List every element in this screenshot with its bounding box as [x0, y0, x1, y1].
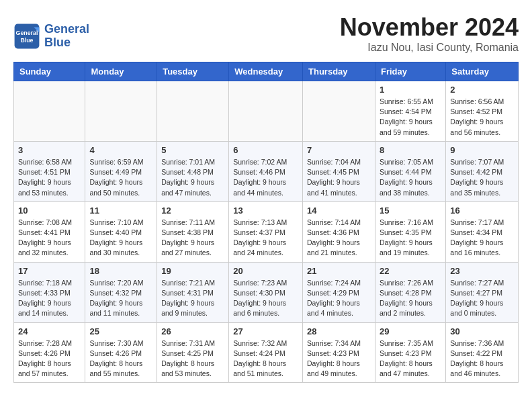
day-info: Sunrise: 7:30 AM Sunset: 4:26 PM Dayligh… — [89, 338, 152, 379]
day-number: 5 — [161, 145, 224, 155]
calendar-day: 7Sunrise: 7:04 AM Sunset: 4:45 PM Daylig… — [303, 141, 375, 201]
day-number: 18 — [89, 266, 152, 276]
logo-text-line1: General — [44, 23, 89, 36]
calendar-day: 23Sunrise: 7:27 AM Sunset: 4:27 PM Dayli… — [446, 262, 519, 322]
calendar-table: SundayMondayTuesdayWednesdayThursdayFrid… — [13, 62, 519, 383]
day-number: 15 — [380, 205, 441, 216]
calendar-week-5: 24Sunrise: 7:28 AM Sunset: 4:26 PM Dayli… — [14, 322, 519, 383]
calendar-day: 21Sunrise: 7:24 AM Sunset: 4:29 PM Dayli… — [303, 262, 375, 322]
day-info: Sunrise: 7:32 AM Sunset: 4:24 PM Dayligh… — [233, 338, 298, 379]
svg-text:General: General — [16, 30, 38, 36]
calendar-day: 18Sunrise: 7:20 AM Sunset: 4:32 PM Dayli… — [85, 262, 157, 322]
calendar-day: 24Sunrise: 7:28 AM Sunset: 4:26 PM Dayli… — [14, 322, 85, 383]
calendar-week-4: 17Sunrise: 7:18 AM Sunset: 4:33 PM Dayli… — [14, 262, 519, 322]
day-number: 11 — [89, 205, 152, 216]
calendar-day — [85, 81, 157, 142]
calendar-week-3: 10Sunrise: 7:08 AM Sunset: 4:41 PM Dayli… — [14, 201, 519, 262]
day-info: Sunrise: 7:31 AM Sunset: 4:25 PM Dayligh… — [161, 338, 224, 379]
calendar-header-tuesday: Tuesday — [157, 62, 229, 81]
day-number: 21 — [307, 266, 371, 276]
day-number: 8 — [380, 145, 441, 155]
calendar-day: 29Sunrise: 7:35 AM Sunset: 4:23 PM Dayli… — [375, 322, 445, 383]
day-info: Sunrise: 7:02 AM Sunset: 4:46 PM Dayligh… — [233, 157, 298, 198]
day-number: 24 — [18, 326, 81, 336]
day-number: 3 — [18, 145, 81, 155]
calendar-header-saturday: Saturday — [446, 62, 519, 81]
calendar-day — [229, 81, 303, 142]
day-info: Sunrise: 7:23 AM Sunset: 4:30 PM Dayligh… — [233, 278, 298, 319]
calendar-day — [14, 81, 85, 142]
calendar-day: 26Sunrise: 7:31 AM Sunset: 4:25 PM Dayli… — [157, 322, 229, 383]
calendar-day: 15Sunrise: 7:16 AM Sunset: 4:35 PM Dayli… — [375, 201, 445, 262]
day-info: Sunrise: 7:14 AM Sunset: 4:36 PM Dayligh… — [307, 218, 371, 259]
day-info: Sunrise: 7:13 AM Sunset: 4:37 PM Dayligh… — [233, 218, 298, 259]
calendar-day: 1Sunrise: 6:55 AM Sunset: 4:54 PM Daylig… — [375, 81, 445, 142]
day-info: Sunrise: 7:27 AM Sunset: 4:27 PM Dayligh… — [450, 278, 514, 319]
day-number: 30 — [450, 326, 514, 336]
day-number: 7 — [307, 145, 371, 155]
day-number: 6 — [233, 145, 298, 155]
day-number: 27 — [233, 326, 298, 336]
day-info: Sunrise: 7:28 AM Sunset: 4:26 PM Dayligh… — [18, 338, 81, 379]
day-info: Sunrise: 7:16 AM Sunset: 4:35 PM Dayligh… — [380, 218, 441, 259]
calendar-day: 2Sunrise: 6:56 AM Sunset: 4:52 PM Daylig… — [446, 81, 519, 142]
title-section: November 2024 Iazu Nou, Iasi County, Rom… — [340, 13, 519, 54]
calendar-day — [303, 81, 375, 142]
day-info: Sunrise: 7:04 AM Sunset: 4:45 PM Dayligh… — [307, 157, 371, 198]
day-info: Sunrise: 7:01 AM Sunset: 4:48 PM Dayligh… — [161, 157, 224, 198]
day-number: 4 — [89, 145, 152, 155]
day-info: Sunrise: 7:11 AM Sunset: 4:38 PM Dayligh… — [161, 218, 224, 259]
day-number: 1 — [380, 85, 441, 95]
day-info: Sunrise: 7:18 AM Sunset: 4:33 PM Dayligh… — [18, 278, 81, 319]
day-number: 10 — [18, 205, 81, 216]
day-info: Sunrise: 6:58 AM Sunset: 4:51 PM Dayligh… — [18, 157, 81, 198]
day-number: 12 — [161, 205, 224, 216]
calendar-day: 27Sunrise: 7:32 AM Sunset: 4:24 PM Dayli… — [229, 322, 303, 383]
day-number: 25 — [89, 326, 152, 336]
calendar-day: 3Sunrise: 6:58 AM Sunset: 4:51 PM Daylig… — [14, 141, 85, 201]
day-number: 13 — [233, 205, 298, 216]
calendar-day: 19Sunrise: 7:21 AM Sunset: 4:31 PM Dayli… — [157, 262, 229, 322]
day-number: 29 — [380, 326, 441, 336]
day-number: 2 — [450, 85, 514, 95]
day-info: Sunrise: 7:21 AM Sunset: 4:31 PM Dayligh… — [161, 278, 224, 319]
day-info: Sunrise: 6:55 AM Sunset: 4:54 PM Dayligh… — [380, 97, 441, 138]
calendar-day: 14Sunrise: 7:14 AM Sunset: 4:36 PM Dayli… — [303, 201, 375, 262]
logo-text-line2: Blue — [44, 36, 89, 50]
day-info: Sunrise: 6:56 AM Sunset: 4:52 PM Dayligh… — [450, 97, 514, 138]
calendar-header-thursday: Thursday — [303, 62, 375, 81]
calendar-week-1: 1Sunrise: 6:55 AM Sunset: 4:54 PM Daylig… — [14, 81, 519, 142]
day-info: Sunrise: 7:08 AM Sunset: 4:41 PM Dayligh… — [18, 218, 81, 259]
calendar-day: 25Sunrise: 7:30 AM Sunset: 4:26 PM Dayli… — [85, 322, 157, 383]
day-number: 28 — [307, 326, 371, 336]
calendar-day: 30Sunrise: 7:36 AM Sunset: 4:22 PM Dayli… — [446, 322, 519, 383]
calendar-day: 17Sunrise: 7:18 AM Sunset: 4:33 PM Dayli… — [14, 262, 85, 322]
day-info: Sunrise: 7:36 AM Sunset: 4:22 PM Dayligh… — [450, 338, 514, 379]
day-number: 23 — [450, 266, 514, 276]
day-number: 9 — [450, 145, 514, 155]
calendar-header: SundayMondayTuesdayWednesdayThursdayFrid… — [14, 62, 519, 81]
day-number: 26 — [161, 326, 224, 336]
day-info: Sunrise: 7:26 AM Sunset: 4:28 PM Dayligh… — [380, 278, 441, 319]
day-info: Sunrise: 7:05 AM Sunset: 4:44 PM Dayligh… — [380, 157, 441, 198]
day-number: 22 — [380, 266, 441, 276]
svg-text:Blue: Blue — [20, 37, 33, 44]
location-title: Iazu Nou, Iasi County, Romania — [340, 42, 519, 54]
day-info: Sunrise: 7:17 AM Sunset: 4:34 PM Dayligh… — [450, 218, 514, 259]
calendar-day: 6Sunrise: 7:02 AM Sunset: 4:46 PM Daylig… — [229, 141, 303, 201]
calendar-day: 10Sunrise: 7:08 AM Sunset: 4:41 PM Dayli… — [14, 201, 85, 262]
calendar-day: 5Sunrise: 7:01 AM Sunset: 4:48 PM Daylig… — [157, 141, 229, 201]
calendar-day: 22Sunrise: 7:26 AM Sunset: 4:28 PM Dayli… — [375, 262, 445, 322]
calendar-header-sunday: Sunday — [14, 62, 85, 81]
day-number: 14 — [307, 205, 371, 216]
day-info: Sunrise: 6:59 AM Sunset: 4:49 PM Dayligh… — [89, 157, 152, 198]
day-number: 17 — [18, 266, 81, 276]
day-info: Sunrise: 7:07 AM Sunset: 4:42 PM Dayligh… — [450, 157, 514, 198]
day-info: Sunrise: 7:35 AM Sunset: 4:23 PM Dayligh… — [380, 338, 441, 379]
calendar-header-wednesday: Wednesday — [229, 62, 303, 81]
calendar-day: 4Sunrise: 6:59 AM Sunset: 4:49 PM Daylig… — [85, 141, 157, 201]
logo-icon: General Blue — [13, 23, 40, 50]
day-info: Sunrise: 7:20 AM Sunset: 4:32 PM Dayligh… — [89, 278, 152, 319]
calendar-header-friday: Friday — [375, 62, 445, 81]
calendar-week-2: 3Sunrise: 6:58 AM Sunset: 4:51 PM Daylig… — [14, 141, 519, 201]
